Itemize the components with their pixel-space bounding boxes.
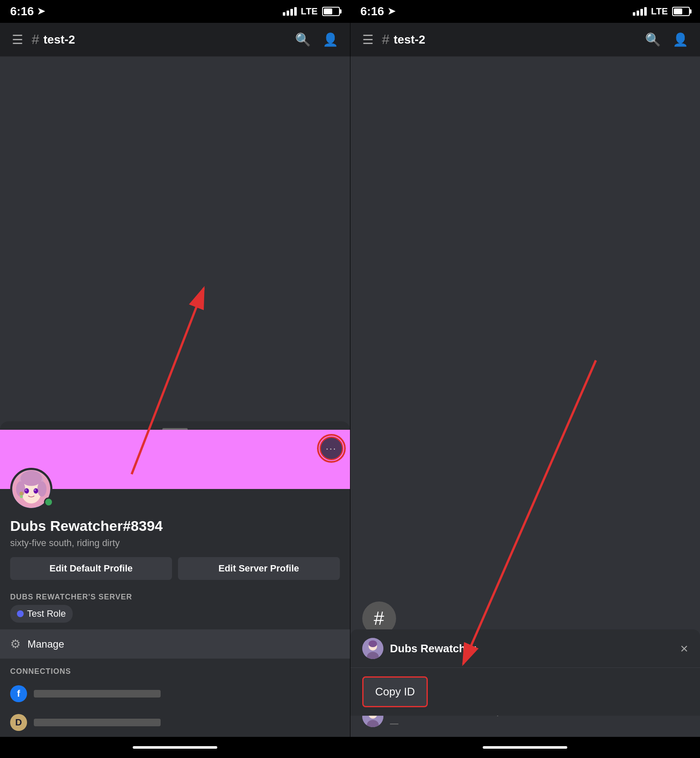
search-icon-left[interactable]: 🔍 — [295, 32, 311, 47]
svg-point-10 — [19, 492, 23, 495]
chat-area-left: ··· — [0, 57, 350, 737]
home-bar-left — [0, 737, 350, 758]
home-indicator-left — [133, 746, 217, 749]
status-right-right: LTE — [633, 6, 690, 17]
svg-point-21 — [369, 640, 377, 647]
nav-bar-right: ☰ # test-2 🔍 👤 — [350, 23, 700, 57]
server-section-title: DUBS REWATCHER'S SERVER — [0, 588, 350, 605]
svg-point-7 — [33, 488, 38, 494]
signal-icon-right — [633, 7, 647, 16]
edit-server-profile-button[interactable]: Edit Server Profile — [178, 557, 340, 580]
nav-actions-right: 🔍 👤 — [645, 32, 688, 47]
status-time-right: 6:16 ➤ — [361, 5, 395, 18]
hash-symbol: # — [374, 608, 384, 629]
chat-area-right: # Welcome to #test-2! This is the start … — [350, 57, 700, 737]
profile-buttons: Edit Default Profile Edit Server Profile — [0, 549, 350, 588]
status-right-left: LTE — [283, 6, 340, 17]
channel-name-right: # test-2 — [382, 32, 637, 47]
channel-name-text-left: test-2 — [44, 33, 75, 47]
home-indicator-right — [483, 746, 567, 749]
manage-label: Manage — [27, 638, 64, 650]
svg-point-9 — [34, 489, 36, 491]
home-bar-right — [350, 737, 700, 758]
lol-icon: D — [10, 714, 27, 731]
online-status-indicator — [44, 497, 53, 507]
location-arrow-icon-right: ➤ — [388, 6, 395, 17]
connections-section-title: CONNECTIONS — [0, 663, 350, 679]
hamburger-icon-left[interactable]: ☰ — [12, 32, 23, 47]
profile-discriminator: #8394 — [123, 518, 163, 534]
profile-username: Dubs Rewatcher — [10, 518, 123, 534]
connection-facebook-text — [34, 690, 161, 698]
connection-lol-text — [34, 719, 161, 726]
facebook-icon: f — [10, 685, 27, 702]
hash-icon-left: # — [32, 32, 39, 47]
svg-point-5 — [37, 481, 46, 497]
time-left: 6:16 — [10, 5, 34, 18]
time-right: 6:16 — [361, 5, 384, 18]
channel-name-text-right: test-2 — [394, 33, 425, 47]
right-phone-panel: 6:16 ➤ LTE ☰ # test-2 🔍 👤 — [350, 0, 700, 758]
left-phone-panel: 6:16 ➤ LTE ☰ # test-2 🔍 👤 — [0, 0, 350, 758]
svg-point-11 — [20, 495, 23, 498]
status-time-left: 6:16 ➤ — [10, 5, 45, 18]
role-tag: Test Role — [10, 605, 73, 623]
lte-label-left: LTE — [301, 6, 318, 17]
profile-info: Dubs Rewatcher#8394 sixty-five south, ri… — [0, 512, 350, 549]
battery-icon-left — [322, 7, 340, 16]
signal-icon-left — [283, 7, 297, 16]
profile-bio: sixty-five south, riding dirty — [10, 538, 340, 549]
connection-row-lol: D — [0, 708, 350, 737]
ctx-avatar-illustration — [362, 638, 383, 659]
svg-point-6 — [25, 488, 29, 494]
battery-icon-right — [672, 7, 690, 16]
search-icon-right[interactable]: 🔍 — [645, 32, 661, 47]
ellipsis-icon: ··· — [325, 442, 336, 454]
status-bar-right: 6:16 ➤ LTE — [350, 0, 700, 23]
status-bar-left: 6:16 ➤ LTE — [0, 0, 350, 23]
context-menu: Dubs Rewatcher × Copy ID — [350, 629, 700, 716]
lte-label-right: LTE — [651, 6, 668, 17]
context-menu-header: Dubs Rewatcher × — [350, 629, 700, 668]
manage-row[interactable]: ⚙ Manage — [0, 629, 350, 659]
context-menu-username: Dubs Rewatcher — [390, 642, 674, 655]
members-icon-right[interactable]: 👤 — [673, 32, 688, 47]
context-menu-avatar — [362, 638, 383, 659]
role-name: Test Role — [27, 608, 66, 619]
nav-actions-left: 🔍 👤 — [295, 32, 338, 47]
svg-point-8 — [25, 489, 27, 491]
profile-avatar-area — [0, 468, 350, 512]
copy-id-button[interactable]: Copy ID — [362, 676, 428, 707]
location-arrow-icon-left: ➤ — [37, 6, 45, 17]
hamburger-icon-right[interactable]: ☰ — [362, 32, 374, 47]
message-text: — — [390, 719, 689, 728]
connection-row-facebook: f — [0, 679, 350, 708]
gear-icon: ⚙ — [10, 637, 21, 651]
profile-sheet: ··· — [0, 421, 350, 737]
close-icon[interactable]: × — [680, 641, 688, 656]
members-icon-left[interactable]: 👤 — [323, 32, 338, 47]
nav-bar-left: ☰ # test-2 🔍 👤 — [0, 23, 350, 57]
channel-name-left: # test-2 — [32, 32, 287, 47]
hash-icon-right: # — [382, 32, 390, 47]
role-color-dot — [17, 610, 24, 617]
more-options-button[interactable]: ··· — [320, 437, 343, 460]
edit-default-profile-button[interactable]: Edit Default Profile — [10, 557, 172, 580]
